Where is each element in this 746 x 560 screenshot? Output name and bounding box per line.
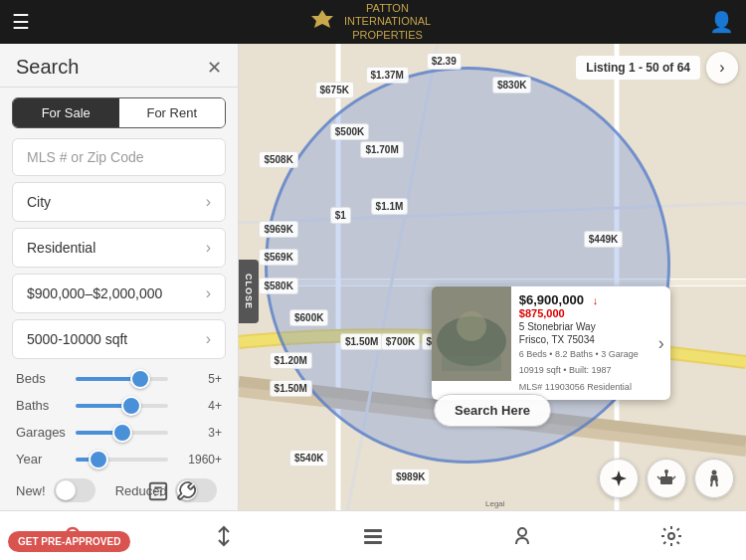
svg-rect-23 (364, 535, 382, 538)
new-toggle-item: New! (16, 478, 95, 502)
map-tools (599, 459, 734, 498)
beds-slider[interactable] (76, 377, 168, 381)
price-chevron-icon: › (206, 284, 211, 302)
listing-card-info: $6,900,000 ↓ $875,000 5 Stonebriar Way F… (511, 286, 653, 401)
listing-detail3: MLS# 11903056 Residential (519, 381, 645, 395)
svg-point-26 (668, 533, 674, 539)
panel-title: Search (16, 56, 79, 79)
listing-detail1: 6 Beds • 8.2 Baths • 3 Garage (519, 348, 645, 362)
utility-icons (147, 480, 197, 502)
map-navigation: Listing 1 - 50 of 64 › (576, 52, 738, 84)
svg-line-17 (672, 476, 675, 479)
tools-icon[interactable] (175, 480, 197, 502)
listing-detail2: 10919 sqft • Built: 1987 (519, 364, 645, 378)
legal-text: Legal (485, 499, 505, 508)
user-icon[interactable]: 👤 (709, 10, 734, 34)
listing-address-line2: Frisco, TX 75034 (519, 334, 645, 345)
location-button[interactable] (599, 459, 639, 498)
close-panel-button[interactable]: ✕ (207, 57, 222, 79)
logo-crest-icon (308, 8, 336, 36)
svg-point-18 (712, 470, 717, 475)
pre-approved-button[interactable]: GET PRE-APPROVED (8, 531, 130, 552)
close-map-button[interactable]: CLOSE (239, 260, 259, 323)
map-background (239, 44, 746, 510)
listing-card-next-button[interactable]: › (653, 286, 670, 401)
svg-line-16 (657, 476, 660, 479)
for-rent-button[interactable]: For Rent (119, 98, 226, 127)
logo-area: PATTON INTERNATIONAL PROPERTIES (308, 2, 431, 42)
next-listing-button[interactable]: › (706, 52, 738, 84)
city-chevron-icon: › (206, 193, 211, 211)
residential-chevron-icon: › (206, 239, 211, 257)
logo-text: PATTON INTERNATIONAL PROPERTIES (344, 2, 431, 42)
accessibility-button[interactable] (694, 459, 734, 498)
new-toggle[interactable] (54, 478, 95, 502)
sqft-filter[interactable]: 5000-10000 sqft › (12, 319, 226, 359)
satellite-button[interactable] (647, 459, 686, 498)
listing-counter: Listing 1 - 50 of 64 (576, 56, 700, 80)
panel-header: Search ✕ (0, 44, 238, 88)
menu-icon[interactable]: ☰ (12, 10, 30, 34)
beds-slider-row: Beds 5+ (0, 365, 238, 392)
calculator-icon[interactable] (147, 480, 169, 502)
svg-point-15 (664, 469, 668, 473)
city-filter[interactable]: City › (12, 182, 226, 222)
nav-nearby[interactable] (502, 520, 542, 552)
svg-point-25 (518, 528, 526, 536)
year-slider[interactable] (76, 458, 168, 462)
listing-price: $6,900,000 (519, 292, 584, 307)
svg-rect-13 (660, 476, 672, 484)
svg-rect-27 (150, 483, 167, 500)
nav-settings[interactable] (652, 520, 691, 552)
new-reduced-toggles: New! Reduced (0, 472, 238, 508)
header: ☰ PATTON INTERNATIONAL PROPERTIES 👤 (0, 0, 746, 44)
price-range-filter[interactable]: $900,000–$2,000,000 › (12, 274, 226, 313)
for-sale-button[interactable]: For Sale (13, 98, 119, 127)
listing-card[interactable]: $6,900,000 ↓ $875,000 5 Stonebriar Way F… (432, 286, 670, 401)
sale-rent-toggle: For Sale For Rent (12, 97, 226, 128)
listing-card-image (432, 286, 511, 381)
garages-slider-row: Garages 3+ (0, 419, 238, 446)
svg-rect-24 (364, 541, 382, 544)
search-here-button[interactable]: Search Here (434, 394, 551, 427)
sqft-chevron-icon: › (206, 330, 211, 348)
nav-sort[interactable] (204, 520, 244, 552)
svg-rect-22 (364, 529, 382, 532)
mls-zip-filter[interactable]: MLS # or Zip Code (12, 138, 226, 176)
left-panel: Search ✕ For Sale For Rent MLS # or Zip … (0, 44, 239, 510)
svg-rect-12 (442, 356, 501, 371)
nav-list[interactable] (353, 520, 393, 552)
baths-slider-row: Baths 4+ (0, 392, 238, 419)
baths-slider[interactable] (76, 404, 168, 408)
year-slider-row: Year 1960+ (0, 446, 238, 472)
map-area[interactable]: $675K $1.37M $2.39 $830K $500K $508K $1.… (239, 44, 746, 510)
garages-slider[interactable] (76, 431, 168, 435)
property-type-filter[interactable]: Residential › (12, 228, 226, 268)
listing-address-line1: 5 Stonebriar Way (519, 321, 645, 332)
svg-point-11 (457, 311, 486, 341)
